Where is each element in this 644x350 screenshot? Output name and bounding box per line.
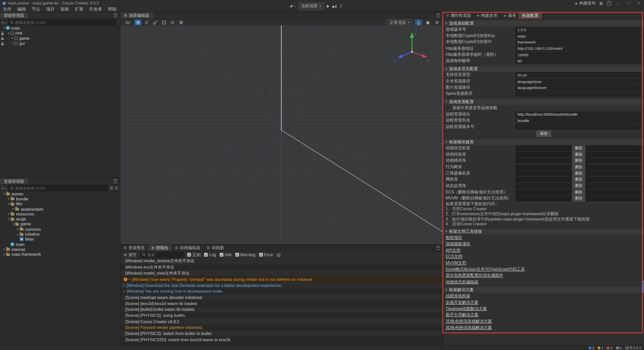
log-entry[interactable]: [Scene] meshopt wasm decoder initialized [120,294,443,300]
menu-item[interactable]: 面板 [58,6,72,12]
play-button[interactable]: ▶ [327,4,330,8]
section-module-trim[interactable]: ▾ 框架模块裁剪 [443,139,644,145]
menu-item[interactable]: 文件 [0,6,14,12]
move-tool-icon[interactable] [135,20,141,25]
minimize-button[interactable]: – [615,1,622,5]
doc-link[interactable]: ECS文档 [446,254,462,259]
module-delete-button[interactable]: 删除 [572,158,585,164]
panel-menu-icon[interactable] [437,14,440,17]
light-toggle-button[interactable] [415,19,422,25]
create-node-button[interactable]: + ▾ [2,20,7,24]
section-doc-links[interactable]: ▾ 框架文档工具链接 [443,229,644,235]
layout-grid-icon[interactable]: ⠿ [339,4,342,9]
tab-property-inspector[interactable]: ◎属性检查器 [443,12,474,18]
hierarchy-node[interactable]: ▸ game [0,36,120,41]
log-entry[interactable]: ▸ [Window] You are running Vue in develo… [120,288,443,294]
maximize-button[interactable]: □ [626,1,632,5]
property-input[interactable] [515,91,641,97]
solution-link[interactable]: 2D角色扮演游戏解决方案 [446,318,492,324]
axis-gizmo[interactable]: Y X Z [391,30,432,65]
property-input[interactable]: language/texture [515,85,641,90]
asset-node[interactable]: ▸ oops-framework [0,252,120,257]
log-entry[interactable]: [Scene] Cocos Creator v3.8.2 [120,319,443,325]
panel-menu-icon[interactable] [437,246,440,250]
tab-console[interactable]: ▣控制台 [148,245,172,251]
render-mode-dropdown[interactable]: 正常渲染 ▾ [387,19,412,26]
rotate-tool-icon[interactable] [143,20,150,25]
log-filter-toggle[interactable]: Warning [235,252,255,257]
status-indicator[interactable]: 1 [597,346,603,350]
log-expand-caret[interactable]: ▸ [124,290,125,293]
solution-link[interactable]: 全栈开发解决方案 [446,299,478,305]
step-button[interactable]: ▶ [333,4,337,9]
property-input[interactable]: http://192.168.0.150/main/ [515,46,641,51]
tab-animation-editor[interactable]: ▧动画编辑器 [172,245,204,251]
preview-target-button[interactable]: ▾ [289,4,295,8]
doc-link[interactable]: 动画状态机编辑器 [446,279,478,285]
expand-caret[interactable]: ▸ [11,42,14,45]
module-delete-button[interactable]: 删除 [572,164,585,170]
doc-link[interactable]: 原生包热更新配置自动生成插件 [446,273,503,279]
doc-link[interactable]: 教程项目 [446,235,462,241]
asset-node[interactable]: ▾ assets [0,191,120,196]
asset-node[interactable]: main [0,242,120,247]
expand-caret[interactable]: ▸ [16,228,20,231]
menu-item[interactable]: 开发者 [86,6,105,12]
expand-caret[interactable]: ▸ [3,248,6,251]
module-delete-button[interactable]: 删除 [572,190,585,195]
build-publish-button[interactable]: ◈ 构建发布 [575,0,596,6]
log-entry[interactable]: [Scene] [bullet]:bullet wasm lib loaded. [120,307,443,313]
assets-title[interactable]: 资源管理器 [0,178,28,184]
doc-link[interactable]: 游戏模板项目 [446,241,470,247]
menu-item[interactable]: 帮助 [105,6,119,12]
module-delete-button[interactable]: 删除 [572,183,585,189]
log-entry[interactable]: [Window] ecs文件夹不存在 [120,264,443,270]
doc-link[interactable]: Excel格式转Json文件与TypeScript代码工具 [446,267,525,272]
log-expand-caret[interactable]: ▸ [129,278,131,281]
tab-animation-graph[interactable]: ▨动画图 [204,245,227,251]
gear-icon[interactable]: ⚙ [434,20,440,25]
tab-asset-preview[interactable]: ▤资源预览 [120,245,148,251]
asset-node[interactable]: ▾ script [0,216,120,222]
hierarchy-node[interactable]: ▸ gui [0,41,120,46]
property-input[interactable]: http://localhost:8083/assets/bundle [515,112,641,117]
tab-services[interactable]: ☁服务 [500,12,519,18]
close-button[interactable]: × [636,1,642,5]
log-entry[interactable]: [Window] model_view文件夹不存在 [120,270,443,276]
property-input[interactable]: bundle [515,118,641,123]
log-entry[interactable]: [Scene] Forward render pipeline initiali… [120,325,443,331]
save-button[interactable]: 保存 [536,130,551,137]
doc-link[interactable]: API文档 [446,247,460,253]
property-input[interactable]: framework [515,39,641,45]
log-entry[interactable]: [Scene] [PHYSICS]: switch from builtin t… [120,331,443,337]
log-entry[interactable]: ▸ [Window] Download the Vue Devtools ext… [120,282,443,288]
module-delete-button[interactable]: 删除 [572,152,585,158]
status-indicator[interactable]: 3 [588,346,594,350]
expand-caret[interactable]: ▸ [16,233,20,236]
panel-menu-icon[interactable] [114,14,117,17]
property-input[interactable]: oops [515,33,641,38]
status-indicator[interactable]: 0 [607,346,613,350]
asset-node[interactable]: ▾ game [0,222,120,227]
log-entry[interactable]: [Scene] [PHYSICS]: using builtin. [120,313,443,319]
hierarchy-search[interactable] [8,19,117,25]
anchor-tool-icon[interactable] [169,20,176,25]
expand-caret[interactable]: ▾ [3,26,6,30]
create-asset-button[interactable]: + ▾ [2,186,7,190]
clear-console-button[interactable]: ⊘ 清空 [124,252,136,258]
menu-item[interactable]: 节点 [29,6,43,12]
solution-link[interactable]: 战棋游戏框架 [446,293,470,299]
mode-3d-button[interactable]: 3D [123,20,133,25]
property-input[interactable]: 10000 [515,52,641,57]
log-entry[interactable]: ▸ [Window] [Vue warn]: Property "onInput… [120,276,443,282]
property-input[interactable]: 1.0.5 [515,27,641,32]
module-delete-button[interactable]: 删除 [572,177,585,183]
hierarchy-title[interactable]: 层级管理器 [0,12,28,18]
scene-title[interactable]: ▦场景编辑器 [120,12,153,18]
snapshot-icon[interactable]: ▣ [425,20,431,25]
sort-icon[interactable]: ⇅ [110,186,113,190]
expand-caret[interactable]: ▾ [7,217,11,221]
module-delete-button[interactable]: 删除 [572,146,585,151]
scale-tool-icon[interactable] [152,20,158,25]
solution-link[interactable]: 3D角色扮演游戏解决方案 [446,325,492,331]
